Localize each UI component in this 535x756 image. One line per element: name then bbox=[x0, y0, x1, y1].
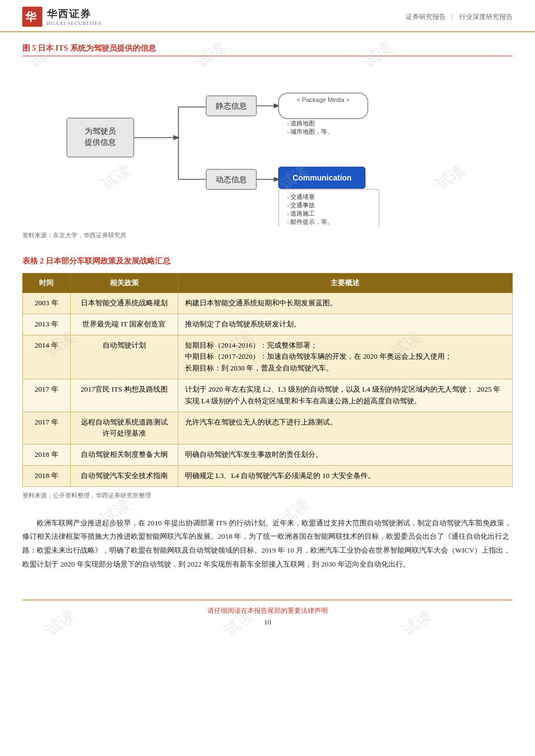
svg-text:华: 华 bbox=[25, 11, 37, 23]
cell-policy: 日本智能交通系统战略规划 bbox=[70, 293, 178, 314]
its-diagram: 为驾驶员 提供信息 静态信息 动态信息 < Package Media > bbox=[22, 65, 513, 227]
cell-year: 2014 年 bbox=[23, 335, 71, 379]
table-source: 资料来源：公开资料整理，华西证券研究所整理 bbox=[22, 491, 513, 500]
svg-text:为驾驶员: 为驾驶员 bbox=[85, 127, 116, 135]
svg-text:提供信息: 提供信息 bbox=[85, 138, 116, 147]
table-row: 2018 年自动驾驶汽车安全技术指南明确规定 L3、L4 自动驾驶汽车必须满足的… bbox=[23, 465, 513, 486]
table-row: 2017 年2017官民 ITS 构想及路线图计划于 2020 年左右实现 L2… bbox=[23, 379, 513, 412]
table-title: 表格 2 日本部分车联网政策及发展战略汇总 bbox=[22, 256, 513, 266]
svg-text:静态信息: 静态信息 bbox=[216, 102, 247, 110]
cell-desc: 计划于 2020 年左右实现 L2、L3 级别的自动驾驶，以及 L4 级别的特定… bbox=[178, 379, 512, 412]
svg-text:动态信息: 动态信息 bbox=[216, 175, 247, 184]
th-desc: 主要概述 bbox=[178, 274, 512, 293]
cell-policy: 自动驾驶汽车安全技术指南 bbox=[70, 465, 178, 486]
logo-chinese: 华西证券 bbox=[47, 7, 101, 21]
cell-policy: 自动驾驶计划 bbox=[70, 335, 178, 379]
th-policy: 相关政策 bbox=[70, 274, 178, 293]
figure-title: 图 5 日本 ITS 系统为驾驶员提供的信息 bbox=[22, 43, 513, 56]
main-content: 图 5 日本 ITS 系统为驾驶员提供的信息 为驾驶员 提供信息 静态信息 动态… bbox=[0, 32, 535, 588]
header-report-type: 证券研究报告 | 行业深度研究报告 bbox=[401, 12, 513, 22]
svg-rect-2 bbox=[67, 118, 134, 157]
header-divider: | bbox=[452, 13, 453, 21]
logo-text: 华西证券 HUAXI SECURITIES bbox=[47, 7, 101, 26]
svg-text:Communication: Communication bbox=[293, 173, 352, 182]
cell-policy: 世界最先端 IT 国家创造宣 bbox=[70, 314, 178, 335]
cell-year: 2018 年 bbox=[23, 445, 71, 466]
cell-desc: 构建日本智能交通系统短期和中长期发展蓝图。 bbox=[178, 293, 512, 314]
footer-disclaimer: 请仔细阅读在本报告尾部的重要法律声明 bbox=[22, 606, 513, 616]
diagram-container: 为驾驶员 提供信息 静态信息 动态信息 < Package Media > bbox=[22, 65, 513, 227]
cell-year: 2017 年 bbox=[23, 412, 71, 445]
table-row: 2003 年日本智能交通系统战略规划构建日本智能交通系统短期和中长期发展蓝图。 bbox=[23, 293, 513, 314]
table-row: 2017 年远程自动驾驶系统道路测试许可处理基准允许汽车在驾驶位无人的状态下进行… bbox=[23, 412, 513, 445]
table-row: 2014 年自动驾驶计划短期目标（2014-2016）：完成整体部署； 中期目标… bbox=[23, 335, 513, 379]
page-header: 华 华西证券 HUAXI SECURITIES 证券研究报告 | 行业深度研究报… bbox=[0, 0, 535, 32]
cell-desc: 明确自动驾驶汽车发生事故时的责任划分。 bbox=[178, 445, 512, 466]
cell-year: 2017 年 bbox=[23, 379, 71, 412]
table-row: 2018 年自动驾驶相关制度整备大纲明确自动驾驶汽车发生事故时的责任划分。 bbox=[23, 445, 513, 466]
logo-area: 华 华西证券 HUAXI SECURITIES bbox=[22, 7, 101, 27]
page-footer: 请仔细阅读在本报告尾部的重要法律声明 10 bbox=[22, 599, 513, 630]
svg-text:- 交通事故: - 交通事故 bbox=[287, 202, 315, 208]
svg-text:< Package Media >: < Package Media > bbox=[297, 96, 350, 103]
cell-policy: 自动驾驶相关制度整备大纲 bbox=[70, 445, 178, 466]
svg-text:- 交通堵塞: - 交通堵塞 bbox=[287, 193, 315, 200]
table-row: 2013 年世界最先端 IT 国家创造宣推动制定了自动驾驶系统研发计划。 bbox=[23, 314, 513, 335]
cell-desc: 推动制定了自动驾驶系统研发计划。 bbox=[178, 314, 512, 335]
body-paragraph: 欧洲车联网产业推进起步较早，在 2010 年提出协调部署 ITS 的行动计划。近… bbox=[22, 516, 513, 572]
cell-desc: 短期目标（2014-2016）：完成整体部署； 中期目标（2017-2020）：… bbox=[178, 335, 512, 379]
svg-text:- 邮件提示，等。: - 邮件提示，等。 bbox=[287, 218, 333, 225]
table-header-row: 时间 相关政策 主要概述 bbox=[23, 274, 513, 293]
svg-text:- 道路地图: - 道路地图 bbox=[287, 120, 315, 126]
policy-table: 时间 相关政策 主要概述 2003 年日本智能交通系统战略规划构建日本智能交通系… bbox=[22, 273, 513, 487]
logo-english: HUAXI SECURITIES bbox=[47, 21, 101, 26]
cell-policy: 2017官民 ITS 构想及路线图 bbox=[70, 379, 178, 412]
page-number: 10 bbox=[22, 618, 513, 627]
cell-year: 2018 年 bbox=[23, 465, 71, 486]
svg-text:- 道路施工: - 道路施工 bbox=[287, 210, 315, 217]
cell-desc: 明确规定 L3、L4 自动驾驶汽车必须满足的 10 大安全条件。 bbox=[178, 465, 512, 486]
report-type-label: 证券研究报告 bbox=[406, 13, 446, 21]
report-subtype-label: 行业深度研究报告 bbox=[459, 13, 513, 21]
svg-text:- 城市地图，等。: - 城市地图，等。 bbox=[287, 128, 333, 135]
cell-desc: 允许汽车在驾驶位无人的状态下进行上路测试。 bbox=[178, 412, 512, 445]
cell-policy: 远程自动驾驶系统道路测试许可处理基准 bbox=[70, 412, 178, 445]
figure-source: 资料来源：东京大学，华西证券研究所 bbox=[22, 231, 513, 240]
company-logo-icon: 华 bbox=[22, 7, 42, 27]
cell-year: 2003 年 bbox=[23, 293, 71, 314]
th-year: 时间 bbox=[23, 274, 71, 293]
cell-year: 2013 年 bbox=[23, 314, 71, 335]
